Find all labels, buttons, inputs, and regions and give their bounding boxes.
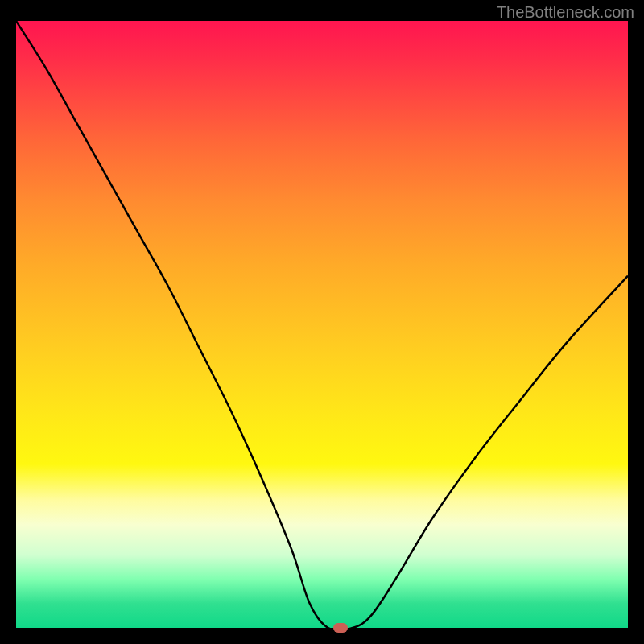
watermark-text: TheBottleneck.com (497, 3, 634, 22)
curve-svg (16, 21, 628, 628)
bottleneck-curve (16, 21, 628, 628)
plot-area (16, 21, 628, 628)
optimal-point-marker (333, 623, 348, 633)
chart-container: TheBottleneck.com (0, 0, 644, 644)
